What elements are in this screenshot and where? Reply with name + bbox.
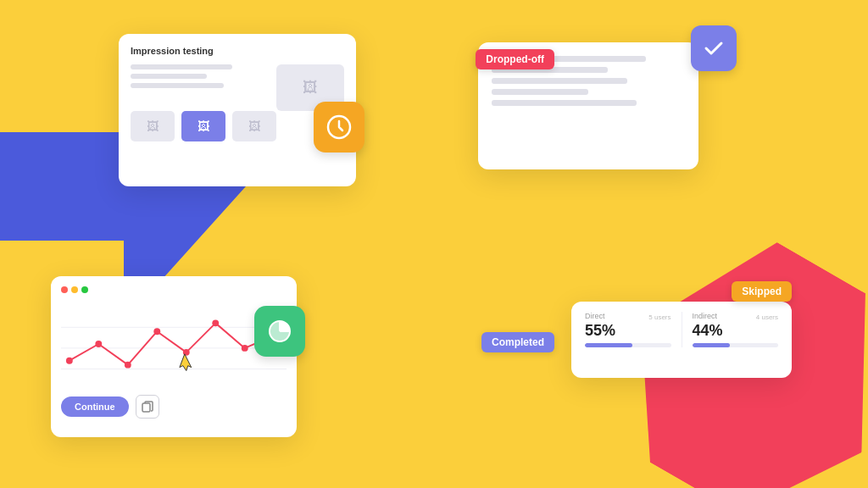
dropped-line-5	[492, 100, 637, 106]
text-line-1	[131, 64, 232, 69]
image-icon-1: 🖼	[147, 119, 159, 133]
check-icon-badge	[691, 25, 737, 71]
stats-row: Direct 5 users 55% Indirect 4 users 44%	[585, 312, 778, 347]
stat-divider	[682, 312, 682, 347]
skipped-badge: Skipped	[732, 281, 792, 302]
clock-icon-badge	[314, 102, 364, 152]
svg-rect-13	[142, 403, 150, 412]
direct-percent: 55%	[585, 322, 671, 340]
indirect-stat: Indirect 4 users 44%	[693, 312, 779, 347]
image-icon: 🖼	[303, 79, 318, 97]
window-controls	[61, 286, 287, 293]
pie-chart-icon	[265, 317, 294, 346]
direct-label: Direct	[585, 312, 605, 320]
text-line-2	[131, 74, 207, 79]
svg-point-7	[153, 328, 160, 335]
close-dot	[61, 286, 68, 293]
dropped-off-badge: Dropped-off	[476, 49, 554, 69]
continue-button[interactable]: Continue	[61, 396, 129, 417]
svg-point-5	[95, 341, 102, 347]
copy-icon-button[interactable]	[136, 395, 159, 419]
direct-bar	[585, 343, 671, 347]
copy-icon	[142, 401, 153, 413]
text-line-3	[131, 83, 224, 88]
direct-users: 5 users	[648, 313, 670, 321]
indirect-users: 4 users	[756, 313, 778, 321]
graph-card: Continue	[51, 276, 297, 437]
impression-bottom-images: 🖼 🖼 🖼	[131, 111, 344, 141]
minimize-dot	[71, 286, 78, 293]
image-thumb-3: 🖼	[232, 111, 276, 141]
svg-point-4	[66, 358, 73, 364]
impression-card-title: Impression testing	[131, 46, 344, 56]
image-thumb-1: 🖼	[131, 111, 175, 141]
svg-point-10	[242, 345, 248, 352]
direct-bar-fill	[585, 343, 632, 347]
dropped-line-4	[492, 89, 588, 95]
svg-point-6	[125, 362, 131, 369]
indirect-percent: 44%	[693, 322, 779, 340]
maximize-dot	[81, 286, 88, 293]
graph-area	[61, 302, 287, 386]
completed-badge: Completed	[481, 332, 554, 352]
pie-icon-badge	[254, 306, 305, 357]
indirect-bar-fill	[693, 343, 731, 347]
image-icon-3: 🖼	[248, 119, 260, 133]
checkmark-icon	[699, 34, 728, 63]
image-thumb-2: 🖼	[181, 111, 225, 141]
direct-stat: Direct 5 users 55%	[585, 312, 671, 347]
indirect-label: Indirect	[693, 312, 718, 320]
continue-row: Continue	[61, 395, 287, 419]
stats-card: Direct 5 users 55% Indirect 4 users 44%	[571, 302, 792, 378]
svg-point-9	[212, 319, 219, 326]
indirect-bar	[693, 343, 779, 347]
line-graph	[61, 302, 287, 386]
dropped-line-3	[492, 78, 627, 84]
image-icon-2: 🖼	[198, 119, 209, 133]
svg-marker-12	[180, 354, 192, 371]
clock-icon	[325, 113, 353, 141]
